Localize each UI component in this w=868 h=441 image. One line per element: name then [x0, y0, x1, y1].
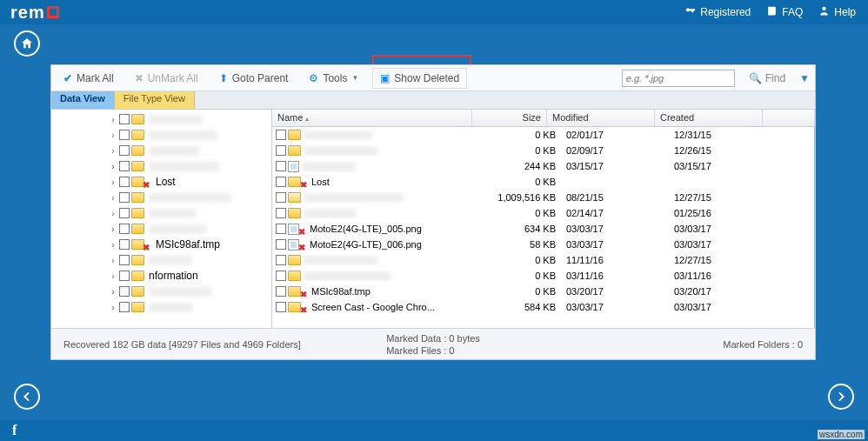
- col-modified[interactable]: Modified: [547, 110, 655, 126]
- home-button[interactable]: [14, 30, 40, 57]
- faq-button[interactable]: FAQ: [766, 5, 803, 19]
- expand-icon[interactable]: ›: [109, 209, 117, 218]
- checkbox[interactable]: [119, 255, 130, 265]
- watermark: wsxdn.com: [818, 430, 865, 439]
- file-name-hidden: [304, 209, 356, 218]
- file-row[interactable]: 0 KB02/01/1712/31/15: [272, 127, 815, 143]
- file-row[interactable]: ✖MotoE2(4G-LTE)_005.png634 KB03/03/1703/…: [272, 221, 815, 237]
- col-created[interactable]: Created: [655, 110, 763, 126]
- checkbox[interactable]: [276, 239, 286, 250]
- unmark-all-button[interactable]: ✖ UnMark All: [128, 68, 205, 89]
- checkbox[interactable]: [119, 224, 130, 234]
- help-button[interactable]: Help: [818, 5, 856, 19]
- file-row[interactable]: 1,009,516 KB08/21/1512/27/15: [272, 190, 815, 205]
- checkbox[interactable]: [276, 286, 286, 297]
- checkbox[interactable]: [119, 177, 130, 187]
- search-input[interactable]: [622, 70, 735, 87]
- expand-icon[interactable]: ›: [109, 193, 117, 203]
- expand-icon[interactable]: ›: [109, 224, 117, 234]
- tree-item[interactable]: ›: [51, 143, 271, 158]
- tree-item[interactable]: ›: [51, 221, 271, 237]
- expand-icon[interactable]: ›: [109, 115, 117, 124]
- file-icon: [288, 161, 299, 172]
- tree-label: Lost: [156, 176, 176, 188]
- checkbox[interactable]: [119, 145, 130, 156]
- nav-back-button[interactable]: [14, 384, 40, 410]
- checkbox[interactable]: [119, 302, 130, 312]
- checkbox[interactable]: [276, 271, 286, 281]
- expand-icon[interactable]: ›: [109, 303, 117, 312]
- col-size[interactable]: Size: [472, 110, 547, 126]
- expand-icon[interactable]: ›: [109, 130, 117, 140]
- checkbox[interactable]: [276, 302, 286, 312]
- checkbox[interactable]: [119, 114, 130, 124]
- checkbox[interactable]: [119, 239, 130, 250]
- file-rows[interactable]: 0 KB02/01/1712/31/150 KB02/09/1712/26/15…: [272, 127, 815, 328]
- checkbox[interactable]: [276, 224, 286, 234]
- file-row[interactable]: 0 KB11/11/1612/27/15: [272, 252, 815, 268]
- file-row[interactable]: 0 KB02/14/1701/25/16: [272, 205, 815, 221]
- expand-icon[interactable]: ›: [109, 146, 117, 156]
- checkbox[interactable]: [276, 161, 286, 171]
- expand-icon[interactable]: ›: [109, 287, 117, 297]
- file-row[interactable]: 0 KB03/11/1603/11/16: [272, 268, 815, 284]
- tree-item[interactable]: ›✖Lost: [51, 174, 271, 190]
- file-row[interactable]: ✖MSIc98af.tmp0 KB03/20/1703/20/17: [272, 284, 815, 299]
- file-row[interactable]: ✖MotoE2(4G-LTE)_006.png58 KB03/03/1703/0…: [272, 237, 815, 252]
- tree-item[interactable]: ›✖MSIc98af.tmp: [51, 237, 271, 252]
- file-list-pane: Name ▴ Size Modified Created 0 KB02/01/1…: [272, 110, 815, 328]
- expand-icon[interactable]: ›: [109, 177, 117, 187]
- file-row[interactable]: ✖Screen Cast - Google Chro...584 KB03/03…: [272, 299, 815, 315]
- find-button[interactable]: 🔍 Find: [742, 68, 792, 89]
- goto-parent-button[interactable]: ⬆ Goto Parent: [212, 68, 296, 89]
- expand-icon[interactable]: ›: [109, 256, 117, 265]
- folder-tree[interactable]: ›››››✖Lost››››✖MSIc98af.tmp››nformation›…: [51, 110, 272, 328]
- tab-file-type-view[interactable]: File Type View: [115, 91, 195, 109]
- checkbox[interactable]: [276, 130, 286, 140]
- chevron-down-icon: ▼: [351, 74, 358, 82]
- dropdown-toggle[interactable]: ▼: [799, 72, 810, 84]
- tools-button[interactable]: ⚙ Tools ▼: [302, 68, 365, 89]
- col-name[interactable]: Name ▴: [272, 110, 472, 126]
- tree-item[interactable]: ›: [51, 205, 271, 221]
- file-row[interactable]: 244 KB03/15/1703/15/17: [272, 158, 815, 174]
- file-row[interactable]: 0 KB02/09/1712/26/15: [272, 143, 815, 158]
- checkbox[interactable]: [119, 271, 130, 281]
- checkbox[interactable]: [276, 208, 286, 218]
- folder-icon: [131, 208, 144, 218]
- tree-item[interactable]: ›: [51, 158, 271, 174]
- tree-item[interactable]: ›: [51, 284, 271, 299]
- checkbox[interactable]: [119, 192, 130, 203]
- expand-icon[interactable]: ›: [109, 240, 117, 250]
- checkbox[interactable]: [119, 161, 130, 171]
- facebook-icon[interactable]: f: [12, 423, 17, 438]
- show-deleted-button[interactable]: ▣ Show Deleted: [372, 68, 467, 89]
- expand-icon[interactable]: ›: [109, 271, 117, 281]
- checkbox[interactable]: [276, 177, 286, 187]
- tree-item[interactable]: ›: [51, 111, 271, 127]
- registered-button[interactable]: Registered: [684, 5, 751, 19]
- help-label: Help: [834, 6, 856, 18]
- tree-item[interactable]: ›: [51, 190, 271, 205]
- tree-item[interactable]: ›nformation: [51, 268, 271, 284]
- nav-forward-button[interactable]: [828, 384, 854, 410]
- tab-data-view[interactable]: Data View: [51, 91, 115, 109]
- file-name: Screen Cast - Google Chro...: [311, 302, 435, 312]
- checkbox[interactable]: [276, 255, 286, 265]
- tree-label-hidden: [149, 162, 219, 171]
- mark-all-button[interactable]: ✔ Mark All: [57, 68, 121, 89]
- checkbox[interactable]: [276, 145, 286, 156]
- file-created: 12/27/15: [669, 192, 777, 203]
- mark-all-label: Mark All: [77, 72, 114, 84]
- checkbox[interactable]: [119, 286, 130, 297]
- folder-icon: [131, 255, 144, 265]
- tree-item[interactable]: ›: [51, 299, 271, 315]
- checkbox[interactable]: [119, 130, 130, 140]
- checkbox[interactable]: [119, 208, 130, 218]
- expand-icon[interactable]: ›: [109, 162, 117, 171]
- checkbox[interactable]: [276, 192, 286, 203]
- tree-label: nformation: [149, 270, 198, 282]
- file-row[interactable]: ✖Lost0 KB: [272, 174, 815, 190]
- tree-item[interactable]: ›: [51, 252, 271, 268]
- tree-item[interactable]: ›: [51, 127, 271, 143]
